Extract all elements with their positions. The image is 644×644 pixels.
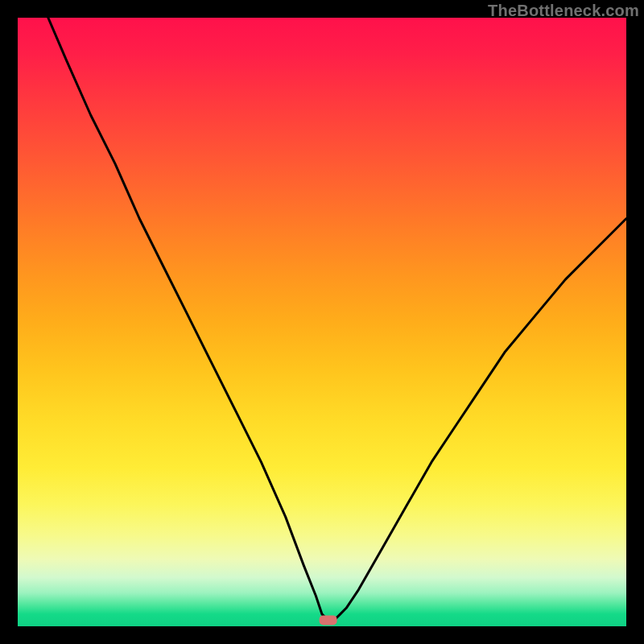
optimal-marker bbox=[320, 615, 337, 625]
plot-area bbox=[18, 18, 626, 626]
curve-layer bbox=[18, 18, 626, 626]
bottleneck-curve bbox=[48, 18, 626, 620]
chart-frame: TheBottleneck.com bbox=[0, 0, 644, 644]
